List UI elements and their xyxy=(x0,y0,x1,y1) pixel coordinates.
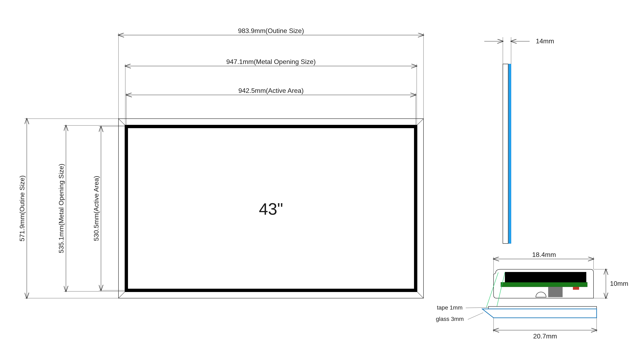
detail-view xyxy=(482,269,596,318)
dim-height-active: 530.5mm(Active Area) xyxy=(92,126,126,290)
dim-height-opening: 535.1mm(Metal Opening Size) xyxy=(58,125,125,291)
svg-rect-40 xyxy=(573,287,579,290)
dim-height-outline: 571.9mm(Outine Size) xyxy=(18,119,118,298)
svg-text:571.9mm(Outine Size): 571.9mm(Outine Size) xyxy=(18,176,26,241)
svg-text:glass 3mm: glass 3mm xyxy=(436,316,464,322)
side-view xyxy=(503,64,511,244)
svg-text:947.1mm(Metal Opening Size): 947.1mm(Metal Opening Size) xyxy=(226,58,316,65)
dim-width-active: 942.5mm(Active Area) xyxy=(126,87,416,126)
svg-text:10mm: 10mm xyxy=(610,280,628,287)
svg-line-4 xyxy=(417,119,424,125)
dim-detail-glass: glass 3mm xyxy=(436,313,483,322)
svg-rect-31 xyxy=(503,64,508,244)
dim-detail-width-bottom: 20.7mm xyxy=(494,318,596,340)
svg-text:942.5mm(Active Area): 942.5mm(Active Area) xyxy=(238,87,304,94)
svg-line-3 xyxy=(118,119,125,125)
svg-line-6 xyxy=(417,291,424,298)
svg-text:530.5mm(Active Area): 530.5mm(Active Area) xyxy=(92,176,100,241)
svg-rect-44 xyxy=(488,306,596,309)
dim-width-outline: 983.9mm(Outine Size) xyxy=(118,27,424,119)
diagonal-label: 43" xyxy=(259,200,283,218)
svg-rect-38 xyxy=(501,282,587,287)
svg-line-56 xyxy=(468,313,483,319)
front-view: 43" xyxy=(118,119,424,298)
svg-line-54 xyxy=(466,307,488,308)
svg-text:18.4mm: 18.4mm xyxy=(532,251,556,258)
svg-rect-41 xyxy=(548,287,562,297)
svg-line-5 xyxy=(118,291,125,298)
dim-detail-height: 10mm xyxy=(594,269,628,298)
svg-rect-32 xyxy=(508,64,511,244)
svg-text:14mm: 14mm xyxy=(536,37,554,45)
dim-depth: 14mm xyxy=(484,37,554,64)
svg-text:tape 1mm: tape 1mm xyxy=(437,304,463,311)
dim-detail-tape: tape 1mm xyxy=(437,304,488,311)
svg-text:535.1mm(Metal Opening Size): 535.1mm(Metal Opening Size) xyxy=(58,164,65,253)
svg-text:20.7mm: 20.7mm xyxy=(533,332,557,340)
svg-text:983.9mm(Outine Size): 983.9mm(Outine Size) xyxy=(238,27,304,35)
svg-rect-39 xyxy=(505,272,586,282)
